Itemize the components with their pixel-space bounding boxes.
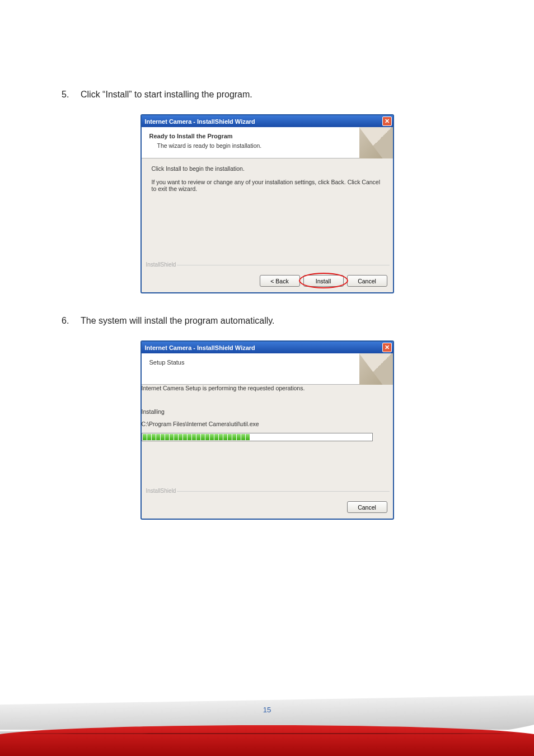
progress-segment bbox=[161, 434, 165, 440]
progress-segment bbox=[246, 434, 250, 440]
dialog-footer: InstallShield Cancel bbox=[142, 491, 393, 519]
back-button[interactable]: < Back bbox=[260, 275, 300, 287]
progress-segment bbox=[165, 434, 169, 440]
progress-segment bbox=[147, 434, 151, 440]
body-text: If you want to review or change any of y… bbox=[152, 179, 383, 192]
dialog-header: Setup Status bbox=[142, 353, 393, 385]
step-description: The system will install the program auto… bbox=[81, 316, 275, 326]
install-button[interactable]: Install bbox=[303, 275, 344, 287]
progress-segment bbox=[196, 434, 200, 440]
page-number: 15 bbox=[0, 683, 534, 714]
install-path: C:\Program Files\Internet Camera\util\ut… bbox=[142, 421, 393, 427]
progress-segment bbox=[179, 434, 182, 440]
brand-label: InstallShield bbox=[145, 488, 177, 494]
progress-segment bbox=[170, 434, 174, 440]
progress-segment bbox=[241, 434, 245, 440]
progress-segment bbox=[192, 434, 196, 440]
progress-segment bbox=[214, 434, 218, 440]
step-description: Click “Install” to start installing the … bbox=[81, 90, 252, 100]
progress-segment bbox=[237, 434, 241, 440]
progress-segment bbox=[152, 434, 156, 440]
progress-bar bbox=[142, 433, 373, 441]
installer-dialog-progress: Internet Camera - InstallShield Wizard ✕… bbox=[140, 340, 394, 520]
titlebar: Internet Camera - InstallShield Wizard ✕ bbox=[142, 342, 393, 353]
page-footer: 15 bbox=[0, 683, 534, 756]
installer-dialog-ready: Internet Camera - InstallShield Wizard ✕… bbox=[140, 114, 394, 293]
installing-label: Installing bbox=[142, 408, 393, 415]
cancel-button[interactable]: Cancel bbox=[347, 275, 387, 287]
progress-segment bbox=[156, 434, 160, 440]
header-graphic-icon bbox=[359, 353, 393, 385]
window-title: Internet Camera - InstallShield Wizard bbox=[145, 344, 255, 351]
dialog-footer: InstallShield < Back Install Cancel bbox=[142, 265, 393, 292]
body-text: Click Install to begin the installation. bbox=[152, 165, 383, 172]
header-subtitle: The wizard is ready to begin installatio… bbox=[149, 142, 385, 149]
progress-segment bbox=[219, 434, 223, 440]
close-icon[interactable]: ✕ bbox=[382, 343, 392, 352]
titlebar: Internet Camera - InstallShield Wizard ✕ bbox=[142, 115, 393, 127]
cancel-button[interactable]: Cancel bbox=[347, 501, 387, 513]
dialog-header: Ready to Install the Program The wizard … bbox=[142, 127, 393, 158]
close-icon[interactable]: ✕ bbox=[382, 116, 392, 126]
progress-segment bbox=[174, 434, 178, 440]
step-number: 6. bbox=[62, 316, 81, 326]
status-text: Internet Camera Setup is performing the … bbox=[142, 385, 393, 391]
progress-segment bbox=[188, 434, 191, 440]
progress-segment bbox=[232, 434, 236, 440]
progress-segment bbox=[210, 434, 214, 440]
progress-segment bbox=[205, 434, 209, 440]
progress-segment bbox=[201, 434, 205, 440]
header-title: Ready to Install the Program bbox=[149, 133, 385, 139]
progress-segment bbox=[228, 434, 232, 440]
header-title: Setup Status bbox=[149, 359, 385, 366]
window-title: Internet Camera - InstallShield Wizard bbox=[145, 118, 255, 125]
step-number: 5. bbox=[62, 90, 81, 100]
progress-segment bbox=[183, 434, 187, 440]
brand-label: InstallShield bbox=[145, 262, 177, 268]
dialog-body: Click Install to begin the installation.… bbox=[142, 158, 393, 265]
dialog-body: Internet Camera Setup is performing the … bbox=[142, 385, 393, 491]
progress-segment bbox=[223, 434, 227, 440]
progress-segment bbox=[143, 434, 147, 440]
header-graphic-icon bbox=[359, 127, 393, 158]
